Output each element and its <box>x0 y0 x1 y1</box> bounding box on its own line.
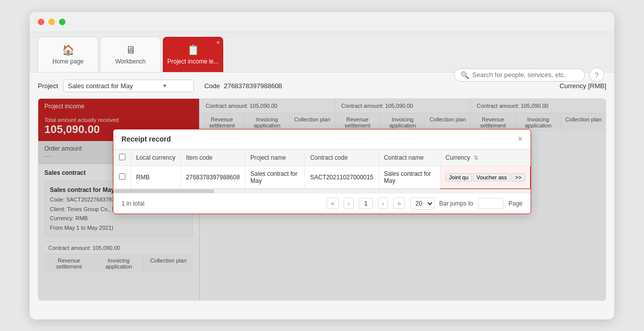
tabs-bar: 🏠 Home page 🖥 Workbench × 📋 Project inco… <box>30 32 614 73</box>
help-button[interactable]: ? <box>589 68 604 83</box>
project-value: Sales contract for May <box>68 82 133 90</box>
header-contract-name: Contract name <box>378 149 440 166</box>
project-select[interactable]: Sales contract for May ▾ <box>63 80 194 92</box>
workbench-icon: 🖥 <box>125 44 136 56</box>
select-all-checkbox[interactable] <box>119 154 125 160</box>
modal-body: Local currency Item code Project name Co… <box>113 149 531 193</box>
sort-icon[interactable]: ⇅ <box>474 155 478 161</box>
tab-close-icon[interactable]: × <box>217 39 220 45</box>
tab-home-label: Home page <box>52 58 84 65</box>
cell-overflow: Joint qu Voucher ass >> <box>445 173 525 181</box>
tab-workbench-label: Workbench <box>115 58 146 65</box>
jump-label: Bar jumps to <box>439 200 473 207</box>
currency-text: Currency [RMB] <box>560 82 606 90</box>
header-item-code: Item code <box>181 149 245 166</box>
prev-page-btn[interactable]: ‹ <box>344 197 354 209</box>
row-checkbox-col <box>114 166 131 188</box>
last-page-btn[interactable]: » <box>393 197 405 209</box>
header-contract-code: Contract code <box>305 149 378 166</box>
pagination-info: 1 in total <box>121 200 144 207</box>
code-text: Code 2768378397988608 <box>204 82 282 90</box>
home-icon: 🏠 <box>62 44 75 56</box>
jump-input[interactable] <box>478 198 503 209</box>
cell-contract-code: SACT20211027000015 <box>305 166 378 188</box>
minimize-button[interactable] <box>48 19 55 25</box>
main-content: Project Sales contract for May ▾ Code 27… <box>30 73 614 308</box>
project-icon: 📋 <box>187 44 200 56</box>
joint-quantity-btn[interactable]: Joint qu <box>445 173 472 181</box>
search-input[interactable] <box>472 71 578 79</box>
modal-header: Receipt record × <box>113 129 531 149</box>
modal-title: Receipt record <box>121 135 171 143</box>
tab-project-income[interactable]: × 📋 Project income le... <box>163 37 223 72</box>
cell-currency: Joint qu Voucher ass >> <box>440 166 531 188</box>
cell-local-currency: RMB <box>131 166 181 188</box>
modal-footer: 1 in total « ‹ 1 › » 20 Bar jumps to Pag… <box>113 193 531 214</box>
page-label: Page <box>508 200 523 207</box>
tab-workbench[interactable]: 🖥 Workbench <box>100 37 161 72</box>
first-page-btn[interactable]: « <box>327 197 338 209</box>
search-icon: 🔍 <box>461 71 469 79</box>
search-input-wrap[interactable]: 🔍 <box>454 69 585 82</box>
cell-item-code: 2768378397988608 <box>181 166 245 188</box>
header-checkbox-col <box>114 149 131 166</box>
next-page-btn[interactable]: › <box>378 197 388 209</box>
header-local-currency: Local currency <box>131 149 181 166</box>
table-header-row: Local currency Item code Project name Co… <box>114 149 531 166</box>
main-window: 🏠 Home page 🖥 Workbench × 📋 Project inco… <box>30 12 614 319</box>
current-page: 1 <box>359 198 373 209</box>
modal-table: Local currency Item code Project name Co… <box>113 149 531 189</box>
row-checkbox[interactable] <box>119 173 125 180</box>
close-button[interactable] <box>38 19 44 25</box>
header-project-name: Project name <box>245 149 305 166</box>
table-row: RMB 2768378397988608 Sales contract for … <box>114 166 531 188</box>
voucher-assign-btn[interactable]: Voucher ass <box>473 173 511 181</box>
page-size-select[interactable]: 20 <box>410 197 434 210</box>
receipt-record-modal: Receipt record × Local currency <box>113 129 531 214</box>
cell-contract-name: Sales contract for May <box>378 166 440 188</box>
more-btn[interactable]: >> <box>511 173 525 181</box>
tab-home[interactable]: 🏠 Home page <box>38 37 98 72</box>
titlebar <box>30 12 614 32</box>
modal-close-button[interactable]: × <box>518 135 523 144</box>
modal-overlay: Receipt record × Local currency <box>38 99 606 300</box>
maximize-button[interactable] <box>59 19 66 25</box>
cell-project-name: Sales contract for May <box>245 166 305 188</box>
chevron-down-icon: ▾ <box>163 82 166 89</box>
project-label: Project <box>38 82 58 90</box>
tab-project-label: Project income le... <box>167 58 219 65</box>
horizontal-scrollbar[interactable] <box>113 189 531 193</box>
search-bar: 🔍 ? <box>454 68 604 83</box>
header-currency: Currency ⇅ <box>440 149 531 166</box>
